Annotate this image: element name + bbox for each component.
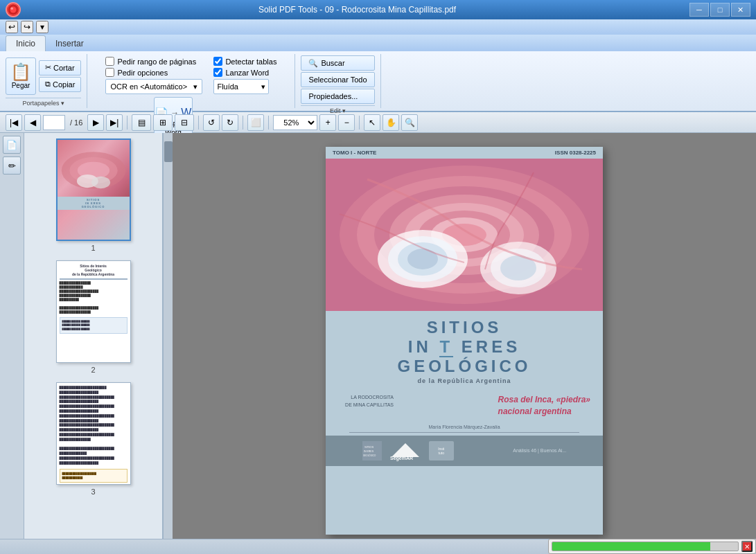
minimize-button[interactable]: ─	[689, 3, 709, 17]
cut-button[interactable]: ✂ Cortar	[39, 60, 81, 75]
ribbon-tabs: Inicio Insertar	[0, 35, 756, 51]
paste-button[interactable]: 📋 Pegar	[6, 57, 36, 95]
convertir-checkboxes: Pedir rango de páginas Pedir opciones OC…	[105, 57, 202, 94]
segemar-badge: SITIOS IN ERES GEOLÓGICO	[362, 441, 382, 461]
detectar-tablas-row: Detectar tablas	[213, 57, 276, 66]
pdf-header: TOMO I - NORTE ISSN 0328-2225	[326, 147, 603, 159]
portapapeles-content: 📋 Pegar ✂ Cortar ⧉ Copiar	[6, 55, 81, 96]
page-total-label: / 16	[67, 118, 85, 127]
edit-content: 🔍 Buscar Seleccionar Todo Propiedades...	[301, 55, 374, 104]
scissors-icon: ✂	[45, 63, 51, 72]
buscar-button[interactable]: 🔍 Buscar	[301, 55, 374, 71]
zoom-tool-button[interactable]: 🔍	[401, 114, 418, 131]
zoom-in-button[interactable]: +	[319, 114, 336, 131]
progress-close-button[interactable]: ✕	[741, 541, 753, 552]
thumb-frame-1: SITIOS IN ERES GEOLÓGICO	[56, 138, 131, 241]
portapapeles-label[interactable]: Portapapeles	[6, 98, 81, 107]
lanzar-word-row: Lanzar Word	[213, 68, 276, 77]
seleccionar-todo-button[interactable]: Seleccionar Todo	[301, 72, 374, 87]
thumbnail-3[interactable]: ████████████████████████ ███████████████…	[30, 382, 157, 496]
svg-point-2	[10, 7, 13, 10]
redo-button[interactable]: ↪	[21, 21, 33, 33]
thumbnail-2[interactable]: Sitios de InterésGeológicode la Repúblic…	[30, 260, 157, 374]
progress-fill	[552, 542, 710, 551]
page-number-input[interactable]: 1	[43, 115, 65, 130]
cursor-button[interactable]: ↖	[364, 114, 380, 131]
last-page-button[interactable]: ▶|	[106, 114, 123, 131]
search-icon: 🔍	[308, 59, 318, 68]
thumb-number-3: 3	[91, 488, 95, 496]
window-controls[interactable]: ─ □ ✕	[689, 3, 750, 17]
first-page-button[interactable]: |◀	[6, 114, 22, 131]
propiedades-button[interactable]: Propiedades...	[301, 89, 374, 104]
customize-button[interactable]: ▾	[36, 21, 49, 33]
svg-point-20	[407, 249, 438, 269]
cover-separator	[349, 432, 579, 433]
scroll-thumb[interactable]	[164, 141, 173, 162]
thumbnail-1[interactable]: SITIOS IN ERES GEOLÓGICO 1	[30, 138, 157, 252]
next-page-button[interactable]: ▶	[87, 114, 104, 131]
ribbon: 📋 Pegar ✂ Cortar ⧉ Copiar Portapapeles	[0, 51, 756, 112]
mineral-svg	[326, 159, 603, 311]
detectar-tablas-checkbox[interactable]	[213, 57, 222, 66]
tab-insertar[interactable]: Insertar	[46, 36, 94, 51]
copy-icon: ⧉	[45, 80, 51, 89]
paste-label: Pegar	[12, 82, 30, 89]
zoom-out-button[interactable]: −	[338, 114, 355, 131]
ribbon-group-portapapeles: 📋 Pegar ✂ Cortar ⧉ Copiar Portapapeles	[0, 54, 87, 108]
pedir-rango-checkbox[interactable]	[105, 57, 114, 66]
maximize-button[interactable]: □	[710, 3, 730, 17]
thumb-frame-3: ████████████████████████ ███████████████…	[56, 382, 131, 485]
undo-button[interactable]: ↩	[6, 21, 18, 33]
view-btn-1[interactable]: ▤	[132, 114, 151, 131]
fluida-dropdown[interactable]: Fluída ▾	[213, 79, 269, 94]
cut-copy-buttons: ✂ Cortar ⧉ Copiar	[39, 60, 81, 92]
fluida-arrow: ▾	[261, 82, 265, 91]
republica-label: de la República Argentina	[335, 377, 593, 384]
in-text: IN	[408, 337, 432, 356]
svg-marker-28	[392, 443, 419, 457]
edit-label[interactable]: Edit	[301, 105, 374, 114]
edit-inner: 🔍 Buscar Seleccionar Todo Propiedades...	[301, 55, 374, 104]
thumb3-highlight: ████████████████████████████████	[60, 469, 128, 483]
thumbnails-panel: SITIOS IN ERES GEOLÓGICO 1 Sitios de Int…	[24, 133, 163, 539]
mina-capillitas-label: LA RODOCROSITA DE MINA CAPILLITAS	[338, 394, 394, 409]
view-btn-2[interactable]: ⊞	[153, 114, 173, 131]
author-label: María Florencia Márquez-Zavalía	[335, 425, 593, 429]
sidebar-btn-1[interactable]: 📄	[3, 136, 21, 154]
tab-inicio[interactable]: Inicio	[6, 35, 46, 51]
progress-bar-container: ✕	[548, 539, 756, 554]
hand-button[interactable]: ✋	[383, 114, 399, 131]
footer-right-logo: Instituto	[429, 441, 454, 461]
sidebar-btn-2[interactable]: ✏	[3, 157, 21, 175]
svg-text:SegemAR: SegemAR	[390, 456, 413, 461]
thumb-number-2: 2	[91, 366, 95, 374]
footer-text: Análisis 46 | Buenos Ai...	[513, 448, 566, 453]
navigation-toolbar: |◀ ◀ 1 / 16 ▶ ▶| ▤ ⊞ ⊟ ↺ ↻ ⬜ 52% 75% 100…	[0, 112, 756, 133]
prev-page-button[interactable]: ◀	[24, 114, 41, 131]
svg-point-1	[10, 7, 17, 13]
view-btn-3[interactable]: ⊟	[175, 114, 194, 131]
convertir-content: Pedir rango de páginas Pedir opciones OC…	[105, 55, 276, 96]
svg-text:GEOLÓGICO: GEOLÓGICO	[363, 454, 376, 457]
thumbnail-scrollbar[interactable]	[163, 133, 173, 539]
lanzar-word-checkbox[interactable]	[213, 68, 222, 77]
close-button[interactable]: ✕	[731, 3, 750, 17]
separator-1	[127, 116, 128, 129]
pedir-opciones-checkbox[interactable]	[105, 68, 114, 77]
zoom-select[interactable]: 52% 75% 100% 150%	[273, 115, 317, 130]
thumb3-text: ████████████████████████ ███████████████…	[60, 386, 128, 466]
rotate-right-button[interactable]: ↻	[222, 114, 238, 131]
window-title: Solid PDF Tools - 09 - Rodocrosita Mina …	[258, 5, 456, 15]
pdf-page: TOMO I - NORTE ISSN 0328-2225	[326, 147, 603, 535]
main-layout: 📄 ✏	[0, 133, 756, 539]
thumb2-bg: Sitios de InterésGeológicode la Repúblic…	[57, 261, 130, 362]
thumb1-title: SITIOS IN ERES GEOLÓGICO	[58, 197, 130, 210]
rosa-inca-label: Rosa del Inca, «piedra»nacional argentin…	[498, 394, 590, 418]
convertir-row1: Pedir rango de páginas Pedir opciones OC…	[105, 57, 276, 94]
rotate-left-button[interactable]: ↺	[203, 114, 220, 131]
ocr-dropdown[interactable]: OCR en <Automático> ▾	[105, 79, 202, 94]
copy-button[interactable]: ⧉ Copiar	[39, 77, 81, 92]
fit-page-button[interactable]: ⬜	[247, 114, 264, 131]
eres-text: ERES	[461, 337, 520, 356]
